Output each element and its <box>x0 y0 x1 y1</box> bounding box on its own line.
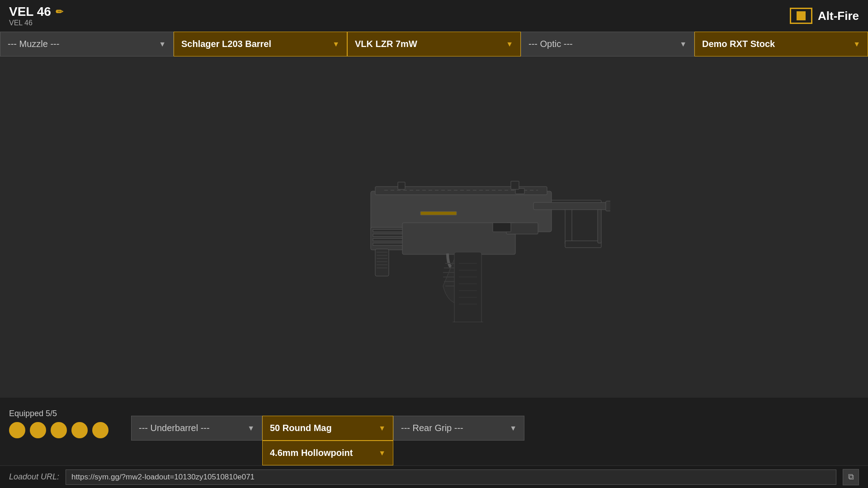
svg-rect-3 <box>598 209 601 243</box>
slot-ammunition-arrow: ▼ <box>378 449 386 457</box>
alt-fire-label: Alt-Fire <box>818 9 859 23</box>
equipped-area: Equipped 5/5 <box>9 409 108 438</box>
equipped-dot-1 <box>9 422 25 438</box>
slot-barrel-arrow: ▼ <box>332 40 340 48</box>
bottom-attachments-container: --- Underbarrel --- ▼ 50 Round Mag ▼ ---… <box>131 416 524 465</box>
svg-rect-31 <box>398 182 405 189</box>
slot-rear-grip[interactable]: --- Rear Grip --- ▼ <box>393 416 524 441</box>
url-bar: Loadout URL: ⧉ <box>0 465 868 488</box>
svg-rect-8 <box>606 201 610 211</box>
svg-rect-34 <box>420 211 457 215</box>
svg-rect-2 <box>565 241 601 248</box>
svg-rect-32 <box>511 181 519 189</box>
gun-display-area <box>0 56 868 398</box>
copy-icon[interactable]: ⧉ <box>843 469 859 485</box>
alt-fire-square <box>797 11 806 20</box>
slot-barrel[interactable]: Schlager L203 Barrel ▼ <box>174 32 347 56</box>
slot-stock-arrow: ▼ <box>853 40 860 48</box>
equipped-dot-5 <box>92 422 108 438</box>
slot-magazine-arrow: ▼ <box>378 424 386 432</box>
slot-ammunition-label: 4.6mm Hollowpoint <box>270 448 353 458</box>
weapon-name-row: VEL 46 ✏ <box>9 5 63 19</box>
slot-ammunition[interactable]: 4.6mm Hollowpoint ▼ <box>262 441 393 465</box>
slot-magazine[interactable]: 50 Round Mag ▼ <box>262 416 393 441</box>
equipped-dot-3 <box>51 422 67 438</box>
slot-optic[interactable]: --- Optic --- ▼ <box>521 32 694 56</box>
alt-fire-icon <box>790 8 812 24</box>
slot-underbarrel-label: --- Underbarrel --- <box>139 423 210 433</box>
slot-underbarrel-arrow: ▼ <box>247 424 255 432</box>
slot-underbarrel[interactable]: --- Underbarrel --- ▼ <box>131 416 262 441</box>
bottom-row-1: --- Underbarrel --- ▼ 50 Round Mag ▼ ---… <box>131 416 524 441</box>
slot-stock-label: Demo RXT Stock <box>702 39 775 49</box>
weapon-title-area: VEL 46 ✏ VEL 46 <box>9 5 63 27</box>
slot-laser-label: VLK LZR 7mW <box>355 39 417 49</box>
url-label: Loadout URL: <box>9 472 59 482</box>
svg-rect-1 <box>565 208 572 244</box>
slot-rear-grip-arrow: ▼ <box>509 424 517 432</box>
equipped-dot-4 <box>71 422 88 438</box>
svg-rect-7 <box>533 202 610 210</box>
slot-muzzle[interactable]: --- Muzzle --- ▼ <box>0 32 174 56</box>
header: VEL 46 ✏ VEL 46 Alt-Fire <box>0 0 868 32</box>
slot-laser-arrow: ▼ <box>506 40 513 48</box>
slot-rear-grip-label: --- Rear Grip --- <box>401 423 463 433</box>
weapon-subtitle: VEL 46 <box>9 19 63 27</box>
weapon-name-label: VEL 46 <box>9 5 51 19</box>
url-input[interactable] <box>66 469 836 485</box>
equipped-dots <box>9 422 108 438</box>
equipped-dot-2 <box>30 422 46 438</box>
alt-fire-area[interactable]: Alt-Fire <box>790 8 859 24</box>
svg-rect-21 <box>454 252 481 322</box>
gun-svg <box>258 132 610 322</box>
bottom-row-2: 4.6mm Hollowpoint ▼ <box>131 441 524 465</box>
slot-muzzle-label: --- Muzzle --- <box>8 39 59 49</box>
svg-rect-36 <box>375 249 389 276</box>
slot-optic-arrow: ▼ <box>679 40 687 48</box>
slot-muzzle-arrow: ▼ <box>159 40 166 48</box>
slot-stock[interactable]: Demo RXT Stock ▼ <box>694 32 868 56</box>
slot-optic-label: --- Optic --- <box>528 39 573 49</box>
slot-laser[interactable]: VLK LZR 7mW ▼ <box>347 32 521 56</box>
top-attachments-row: --- Muzzle --- ▼ Schlager L203 Barrel ▼ … <box>0 32 868 56</box>
equipped-label: Equipped 5/5 <box>9 409 57 418</box>
slot-magazine-label: 50 Round Mag <box>270 423 332 433</box>
svg-rect-35 <box>493 223 511 232</box>
edit-icon[interactable]: ✏ <box>56 6 63 17</box>
slot-barrel-label: Schlager L203 Barrel <box>181 39 271 49</box>
